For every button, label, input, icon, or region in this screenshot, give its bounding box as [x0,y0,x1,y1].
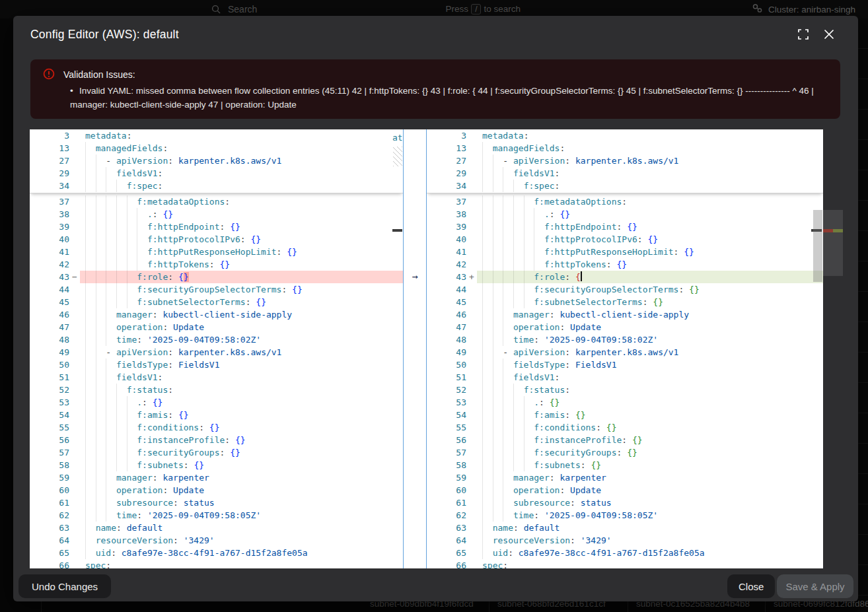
diff-sign [466,547,477,559]
diff-sign [69,484,80,496]
code-text: fieldsV1: [477,167,823,180]
bullet: • [70,84,79,98]
diff-editor[interactable]: 3metadata:13 managedFields:27 - apiVersi… [30,129,843,568]
line-number: 29 [30,167,69,180]
revert-diff-arrow[interactable]: → [404,271,426,283]
line-number: 37 [30,195,69,208]
save-apply-button[interactable]: Save & Apply [777,574,853,598]
code-text: f:subnetSelectorTerms: {} [477,296,823,308]
diff-sign [466,471,477,484]
line-number: 57 [30,446,69,459]
code-line: 44 f:securityGroupSelectorTerms: {} [30,283,403,296]
code-text: f:amis: {} [80,409,403,421]
diff-sign [466,142,477,154]
diff-sign [69,396,80,409]
diff-gutter: → [403,129,427,568]
line-number: 56 [30,434,69,446]
overview-ruler[interactable] [823,129,843,568]
diff-sign [69,496,80,509]
overview-mark [392,229,402,232]
code-line: 48 time: '2025-09-04T09:58:02Z' [30,333,403,346]
line-number: 55 [427,421,466,434]
code-line: 61 subresource: status [30,496,403,509]
code-text: f:securityGroupSelectorTerms: {} [477,283,823,296]
fullscreen-button[interactable] [796,28,811,43]
diff-sign [69,258,80,271]
code-line: 3metadata: [30,129,403,142]
code-line: 3metadata: [427,129,823,142]
close-button[interactable]: Close [727,574,775,598]
code-line: 27 - apiVersion: karpenter.k8s.aws/v1 [427,154,823,167]
code-line: 47 operation: Update [30,321,403,333]
line-number: 34 [427,180,466,192]
line-number: 64 [427,534,466,547]
code-line: 50 fieldsType: FieldsV1 [427,358,823,371]
line-number: 44 [427,283,466,296]
code-text: operation: Update [80,321,403,333]
diff-sign [69,346,80,358]
line-number: 49 [427,346,466,358]
diff-pane-original[interactable]: 3metadata:13 managedFields:27 - apiVersi… [30,129,403,568]
line-number: 45 [30,296,69,308]
code-text: metadata: [477,129,823,142]
diff-sign [69,154,80,167]
code-line: 46 manager: kubectl-client-side-apply [30,308,403,321]
code-line: 59 manager: karpenter [30,471,403,484]
diff-pane-modified[interactable]: 3metadata:13 managedFields:27 - apiVersi… [427,129,823,568]
code-text: f:securityGroupSelectorTerms: {} [80,283,403,296]
diff-sign [466,534,477,547]
code-line: 63 name: default [30,522,403,534]
code-line: 52 f:status: [427,384,823,396]
line-number: 41 [427,246,466,258]
code-text: fieldsType: FieldsV1 [80,358,403,371]
diff-sign [466,233,477,246]
code-line: 44 f:securityGroupSelectorTerms: {} [427,283,823,296]
line-number: 49 [30,346,69,358]
diff-sign [466,384,477,396]
line-number: 61 [427,496,466,509]
vertical-scrollbar[interactable] [813,210,822,282]
diff-sign [466,446,477,459]
diff-sign [466,484,477,496]
line-number: 27 [30,154,69,167]
diff-sign [69,180,80,192]
line-number: 52 [30,384,69,396]
code-text: f:status: [80,384,403,396]
diff-sign: + [466,271,477,283]
code-text: f:securityGroups: {} [477,446,823,459]
diff-sign [466,333,477,346]
code-line: 61 subresource: status [427,496,823,509]
line-number: 60 [30,484,69,496]
code-line: 58 f:subnets: {} [427,459,823,471]
sticky-scroll-header: 3metadata:13 managedFields:27 - apiVersi… [30,129,403,193]
diff-sign [69,509,80,522]
code-line: 56 f:instanceProfile: {} [427,434,823,446]
code-line: 64 resourceVersion: '3429' [427,534,823,547]
diff-sign [466,434,477,446]
diff-sign [69,371,80,384]
diff-sign [466,522,477,534]
line-number: 58 [427,459,466,471]
code-text: f:httpTokens: {} [80,258,403,271]
close-dialog-button[interactable] [822,28,836,43]
overview-viewport [823,210,843,276]
code-text: f:metadataOptions: [80,195,403,208]
code-line: 62 time: '2025-09-04T09:58:05Z' [427,509,823,522]
code-line: 57 f:securityGroups: {} [30,446,403,459]
line-number: 65 [30,547,69,559]
line-number: 54 [30,409,69,421]
diff-sign [69,471,80,484]
diff-sign [69,233,80,246]
code-text: manager: kubectl-client-side-apply [80,308,403,321]
code-line: 49 - apiVersion: karpenter.k8s.aws/v1 [30,346,403,358]
code-text: time: '2025-09-04T09:58:02Z' [80,333,403,346]
code-text: f:httpProtocolIPv6: {} [80,233,403,246]
line-number: 66 [30,559,69,568]
code-text: manager: karpenter [477,471,823,484]
line-number: 47 [30,321,69,333]
line-number: 63 [427,522,466,534]
code-line: 41 f:httpPutResponseHopLimit: {} [30,246,403,258]
diff-sign [466,246,477,258]
undo-changes-button[interactable]: Undo Changes [18,574,111,598]
diff-sign [466,308,477,321]
